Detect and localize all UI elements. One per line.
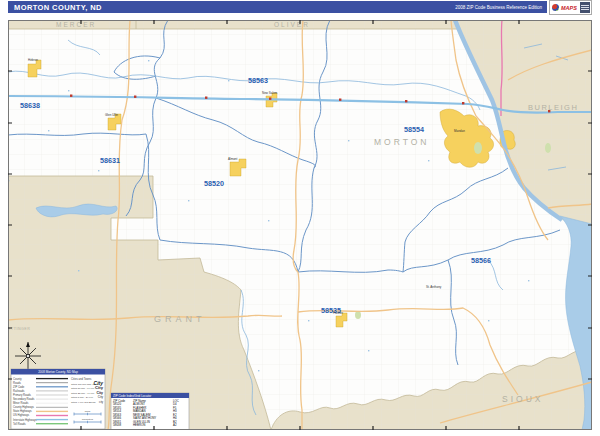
legend-item-label: Toll Roads xyxy=(13,422,26,426)
zip-label-58631: 58631 xyxy=(100,156,120,165)
county-map: MERCER OLIVER BURLEIGH MORTON GRANT SIOU… xyxy=(8,20,592,430)
city-label-new-salem: New Salem xyxy=(262,91,278,95)
county-label-grant: GRANT xyxy=(154,314,206,324)
legend-item-label: Minor Roads xyxy=(13,401,29,405)
scale-label-miles: miles xyxy=(85,410,91,413)
city-label-hebron: Hebron xyxy=(28,58,38,62)
legend-item-label: State Highways xyxy=(13,409,32,413)
zip-label-58554: 58554 xyxy=(404,125,424,134)
county-label-morton: MORTON xyxy=(374,137,429,147)
legend-item-label: County Highways xyxy=(13,405,35,409)
city-label-flasher: Flasher xyxy=(333,311,343,315)
zip-table-cell: A2 xyxy=(173,423,177,427)
zip-index-table: ZIP Code Index/Grid Locator ZIP Code ZIP… xyxy=(111,393,189,430)
county-label-sioux: SIOUX xyxy=(502,394,543,404)
county-label-burleigh: BURLEIGH xyxy=(528,103,578,112)
legend-city-sample: City xyxy=(95,385,104,390)
legend-city-size-label: Cities 25,000 - 49,999 xyxy=(71,392,95,395)
legend-city-sample: City xyxy=(96,391,103,395)
zip-label-58520: 58520 xyxy=(204,179,224,188)
zip-table-cell: 58638 xyxy=(113,423,121,427)
legend-cities-title: Cities and Towns xyxy=(71,377,92,381)
globe-icon xyxy=(552,4,559,11)
legend-item-label: Roads xyxy=(13,381,21,385)
city-label-glen-ullin: Glen Ullin xyxy=(105,113,118,117)
zip-table-cell: HEBRON xyxy=(133,423,145,427)
legend-city-sample: City xyxy=(98,395,104,399)
city-label-st-anthony: St. Anthony xyxy=(426,285,442,289)
county-label-oliver: OLIVER xyxy=(274,21,310,28)
legend-title: 2008 Morton County, ND Map xyxy=(38,370,78,374)
map-legend: 2008 Morton County, ND Map County Roads … xyxy=(11,369,105,429)
county-label-mercer: MERCER xyxy=(56,21,96,28)
legend-city-size-label: Cities 5,000 - 24,999 xyxy=(71,396,94,399)
logo-text: MAPS xyxy=(561,5,577,11)
publisher-logo: MAPS xyxy=(549,0,592,15)
legend-city-size-label: Cities 50,000 - 99,999 xyxy=(71,387,95,390)
map-page: MORTON COUNTY, ND 2008 ZIP Code Business… xyxy=(0,0,600,436)
city-label-almont: Almont xyxy=(228,157,238,161)
legend-city-size-label: Cities 4,999 and Below xyxy=(71,401,96,404)
legend-item-label: US Highways xyxy=(13,413,30,417)
legend-item-label: Interstate Highways xyxy=(13,418,37,422)
logo-badge xyxy=(580,2,590,13)
zip-table-title: ZIP Code Index/Grid Locator xyxy=(113,394,151,398)
legend-item-label: Secondary Roads xyxy=(13,397,35,401)
header-bar: MORTON COUNTY, ND 2008 ZIP Code Business… xyxy=(8,1,547,13)
scale-label-kilometers: kilometers xyxy=(82,418,94,421)
legend-item-label: Railroads xyxy=(13,389,25,393)
zip-label-58638: 58638 xyxy=(20,101,40,110)
legend-item-label: Primary Roads xyxy=(13,393,31,397)
city-label-mandan: Mandan xyxy=(454,129,465,133)
legend-item-label: County xyxy=(13,377,22,381)
edition-label: 2008 ZIP Code Business Reference Edition xyxy=(455,5,542,10)
legend-item-label: ZIP Code xyxy=(13,385,25,389)
zip-label-58566: 58566 xyxy=(471,256,491,265)
page-title: MORTON COUNTY, ND xyxy=(14,3,102,12)
zip-label-58563: 58563 xyxy=(248,76,268,85)
